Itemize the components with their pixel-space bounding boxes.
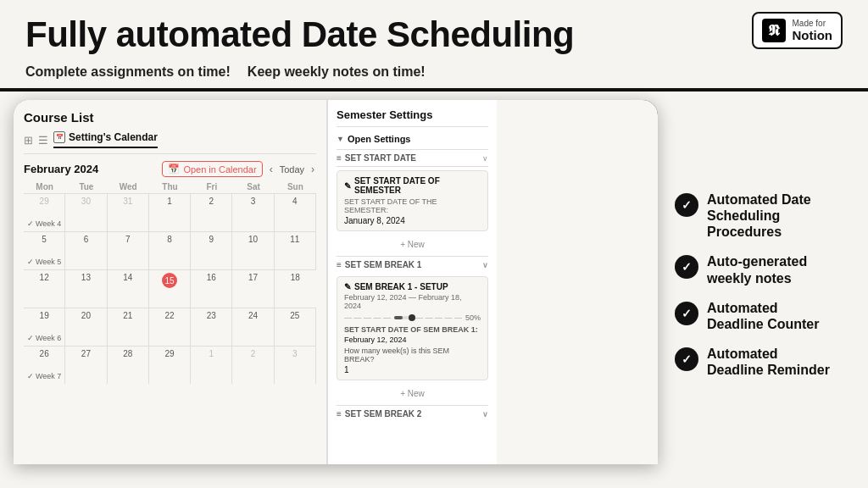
sem-break-1-header: ≡ SET SEM BREAK 1 ∨ [337, 256, 488, 273]
features-list: ✓ Automated DateScheduling Procedures ✓ … [658, 92, 868, 478]
grid-view-icon[interactable]: ⊞ [24, 134, 33, 147]
main-title: Fully automated Date Scheduling [25, 15, 843, 54]
calendar-grid: Mon Tue Wed Thu Fri Sat Sun 29 30 31 1 [24, 182, 316, 384]
chevron-down-icon: ∨ [482, 154, 488, 163]
calendar-week-4: 19 20 21 22 23 24 25 ✓Week 6 [24, 308, 316, 346]
calendar-month-year: February 2024 [24, 163, 98, 175]
break-weeks-question: How many week(s) is this SEM BREAK? [344, 347, 481, 363]
new-button-2[interactable]: + New [337, 385, 488, 402]
feature-text-2: Auto-generatedweekly notes [707, 253, 807, 286]
day-tue: Tue [65, 182, 107, 191]
week-7-label: ✓Week 7 [27, 372, 61, 380]
progress-track [394, 316, 412, 319]
set-start-date-label: ≡ SET START DATE [337, 153, 416, 163]
device-frame: Course List ⊞ ☰ 📅 Setting's Calendar Feb… [14, 100, 658, 464]
calendar-week-2: 5 6 7 8 9 10 11 ✓Week 5 [24, 231, 316, 269]
cal-cell-11: 11 [275, 232, 316, 269]
break-start-date-field: SET START DATE OF SEM BREAK 1: February … [344, 325, 481, 344]
sem-break-2-label: ≡ SET SEM BREAK 2 [337, 409, 421, 419]
cal-cell-9: 9 [191, 232, 232, 269]
cal-cell-27: 27 [65, 347, 107, 384]
cal-cell-mar3: 3 [275, 347, 316, 384]
feature-text-1: Automated DateScheduling Procedures [707, 191, 851, 241]
break-1-title: ✎ SEM BREAK 1 - SETUP [344, 282, 481, 291]
day-sat: Sat [232, 182, 274, 191]
open-cal-label: Open in Calendar [183, 164, 256, 175]
check-circle-2: ✓ [675, 255, 698, 279]
subtitle-row: Complete assignments on time! Keep weekl… [25, 58, 843, 80]
cal-cell-30: 30 [65, 194, 107, 231]
calendar-tab-label: Setting's Calendar [69, 131, 158, 143]
notion-made-for: Made for [793, 19, 832, 28]
chevron-down-icon-3: ∨ [482, 410, 488, 419]
cal-cell-3: 3 [232, 194, 274, 231]
chevron-down-icon-2: ∨ [482, 261, 488, 269]
day-fri: Fri [191, 182, 232, 191]
start-date-item-sub: SET START DATE OF THE SEMESTER: [344, 197, 481, 214]
cal-cell-23: 23 [191, 308, 232, 346]
filter-icon-2: ≡ [337, 260, 342, 269]
course-list-title: Course List [24, 110, 316, 125]
cal-cell-17: 17 [232, 270, 274, 308]
today-btn[interactable]: Today [280, 164, 304, 175]
checkmark-1: ✓ [682, 198, 692, 212]
course-list-panel: Course List ⊞ ☰ 📅 Setting's Calendar Feb… [14, 100, 327, 464]
day-thu: Thu [149, 182, 191, 191]
cal-cell-6: 6 [65, 232, 107, 269]
content-area: Course List ⊞ ☰ 📅 Setting's Calendar Feb… [0, 92, 868, 478]
cal-cell-29b: 29 [149, 347, 191, 384]
cal-cell-22: 22 [149, 308, 191, 346]
calendar-week-1: 29 30 31 1 2 3 4 ✓Week 4 [24, 193, 316, 231]
progress-fill [394, 316, 403, 319]
prev-month-arrow[interactable]: ‹ [268, 164, 275, 175]
cal-cell-24: 24 [232, 308, 274, 346]
notion-brand: Notion [793, 28, 832, 42]
subtitle-part2: Keep weekly notes on time! [248, 64, 426, 80]
break-start-date-value: February 12, 2024 [344, 336, 481, 344]
check-circle-1: ✓ [675, 193, 698, 217]
progress-dot [409, 314, 415, 321]
cal-cell-13: 13 [65, 270, 107, 308]
day-wed: Wed [108, 182, 149, 191]
calendar-small-icon: 📅 [53, 131, 65, 143]
new-button-1[interactable]: + New [337, 236, 488, 252]
subtitle-part1: Complete assignments on time! [25, 64, 231, 80]
top-section: Fully automated Date Scheduling Complete… [0, 0, 868, 88]
cal-cell-10: 10 [232, 232, 274, 269]
filter-icon: ≡ [337, 153, 342, 163]
feature-item-1: ✓ Automated DateScheduling Procedures [675, 191, 851, 241]
day-sun: Sun [275, 182, 316, 191]
calendar-open-icon: 📅 [168, 164, 180, 175]
checkmark-3: ✓ [682, 307, 692, 320]
checkmark-2: ✓ [682, 260, 692, 274]
open-settings-label: Open Settings [348, 134, 411, 144]
sem-break-1-item: ✎ SEM BREAK 1 - SETUP February 12, 2024 … [337, 276, 488, 380]
cal-cell-7: 7 [108, 232, 149, 269]
progress-bar-container: — — — — — — — — — — 50% [344, 313, 481, 322]
week-4-label: ✓Week 4 [27, 219, 61, 228]
next-month-arrow[interactable]: › [309, 164, 316, 175]
feature-item-4: ✓ AutomatedDeadline Reminder [675, 346, 851, 378]
cal-cell-mar2: 2 [232, 347, 274, 384]
notion-text: Made for Notion [793, 19, 832, 42]
cal-cell-18: 18 [275, 270, 316, 308]
check-circle-4: ✓ [675, 347, 698, 371]
calendar-header: February 2024 📅 Open in Calendar ‹ Today… [24, 161, 316, 177]
device-inner: Course List ⊞ ☰ 📅 Setting's Calendar Feb… [14, 100, 658, 464]
calendar-days-header: Mon Tue Wed Thu Fri Sat Sun [24, 182, 316, 191]
open-in-calendar-button[interactable]: 📅 Open in Calendar [162, 161, 262, 177]
cal-cell-31: 31 [108, 194, 149, 231]
calendar-week-3: 12 13 14 15 16 17 18 [24, 269, 316, 308]
notion-badge: 𝕹 Made for Notion [752, 12, 843, 49]
cal-cell-15-today: 15 [149, 270, 191, 308]
break-weeks-answer: 1 [344, 365, 481, 374]
checkmark-4: ✓ [682, 352, 692, 366]
break-start-date-label: SET START DATE OF SEM BREAK 1: [344, 325, 481, 334]
calendar-tab[interactable]: 📅 Setting's Calendar [53, 131, 158, 148]
break-1-dates: February 12, 2024 — February 18, 2024 [344, 293, 481, 310]
open-settings-toggle[interactable]: ▼ Open Settings [337, 134, 488, 144]
sem-break-1-label: ≡ SET SEM BREAK 1 [337, 260, 421, 269]
list-view-icon[interactable]: ☰ [38, 134, 48, 147]
cal-cell-mar1: 1 [191, 347, 232, 384]
view-tabs: ⊞ ☰ 📅 Setting's Calendar [24, 131, 316, 154]
